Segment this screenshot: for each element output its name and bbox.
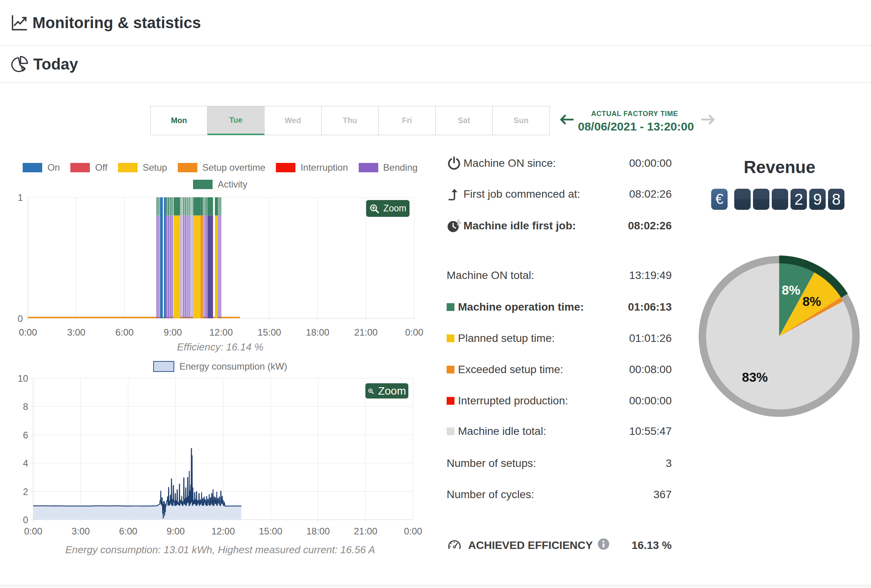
state-bar-bending xyxy=(187,215,188,318)
revenue-odometer: €298 xyxy=(711,189,844,210)
odometer-digit: 9 xyxy=(809,189,826,210)
state-bar-bending_dense xyxy=(207,215,213,318)
efficiency-caption: Efficiency: 16.14 % xyxy=(11,341,430,353)
legend-swatch-off xyxy=(70,163,90,172)
state-bar-on xyxy=(160,197,163,318)
stat-value: 10:55:47 xyxy=(629,425,672,438)
info-icon-svg xyxy=(597,538,610,550)
activity-band-segment xyxy=(173,197,180,215)
activity-band-segment xyxy=(191,197,191,215)
day-tab-thu[interactable]: Thu xyxy=(322,106,379,135)
state-bar-bending xyxy=(221,215,221,318)
timeline-legend: OnOffSetupSetup overtimeInterruptionBend… xyxy=(11,162,430,190)
activity-band-segment xyxy=(180,197,181,215)
stat-row: Machine operation time:01:06:13 xyxy=(447,298,672,316)
stat-color-square-interruption xyxy=(447,397,454,405)
legend-label: Activity xyxy=(218,179,247,190)
actual-factory-time: ACTUAL FACTORY TIME 08/06/2021 - 13:20:0… xyxy=(578,110,691,133)
day-tab-sat[interactable]: Sat xyxy=(436,106,493,135)
state-bar-bending xyxy=(171,215,172,318)
odometer-digit xyxy=(772,189,788,210)
energy-legend: Energy consumption (kW) xyxy=(11,361,430,372)
y-tick-label: 1 xyxy=(18,193,23,203)
state-bar-bending xyxy=(189,215,190,318)
x-tick-label: 6:00 xyxy=(119,526,138,536)
activity-band-segment xyxy=(157,197,157,215)
stat-row: zzZMachine idle first job:08:02:26 xyxy=(447,216,672,235)
y-tick-label: 0 xyxy=(23,515,28,525)
legend-swatch-bending xyxy=(359,163,378,172)
section-title: Today xyxy=(33,55,78,73)
activity-band-segment xyxy=(205,197,205,215)
day-tab-fri[interactable]: Fri xyxy=(379,106,436,135)
timeline-zoom-button[interactable]: Zoom xyxy=(366,200,410,217)
stat-label: First job commenced at: xyxy=(463,188,580,200)
stat-value: 01:06:13 xyxy=(628,301,672,313)
state-bar-bending xyxy=(186,215,186,318)
activity-band-segment xyxy=(218,197,219,215)
stat-color-square-setup xyxy=(447,334,454,342)
stat-row: Planned setup time:01:01:26 xyxy=(447,329,672,348)
activity-band-segment xyxy=(190,197,190,215)
day-tab-bar: MonTueWedThuFriSatSun xyxy=(150,106,550,135)
info-icon[interactable] xyxy=(597,538,610,553)
stat-row: Interrupted production:00:00:00 xyxy=(447,391,672,410)
day-tab-wed[interactable]: Wed xyxy=(265,106,322,135)
energy-caption: Energy consumption: 13.01 kWh, Highest m… xyxy=(11,544,430,556)
activity-band-segment xyxy=(187,197,188,215)
day-tab-mon[interactable]: Mon xyxy=(150,106,207,135)
day-tab-sun[interactable]: Sun xyxy=(493,106,550,135)
state-bar-setup xyxy=(215,215,218,318)
state-bar-bending xyxy=(159,215,160,318)
activity-band-segment xyxy=(171,197,172,215)
x-tick-label: 18:00 xyxy=(306,526,330,536)
page-title: Monitoring & statistics xyxy=(32,14,201,32)
state-bar-bending xyxy=(192,215,193,318)
activity-band-segment xyxy=(193,197,200,215)
y-tick-label: 4 xyxy=(23,458,28,468)
state-bar-setup_overtime xyxy=(200,215,203,318)
y-tick-label: 8 xyxy=(23,401,28,412)
section-header: Today xyxy=(0,46,871,83)
stat-label: Number of setups: xyxy=(447,457,536,470)
gauge-icon xyxy=(447,538,468,553)
zoom-in-icon xyxy=(369,204,379,214)
activity-band-segment xyxy=(172,197,172,215)
x-tick-label: 9:00 xyxy=(166,526,185,536)
state-bar-bending xyxy=(169,215,169,318)
state-bar-bending xyxy=(207,215,207,318)
y-tick-label: 2 xyxy=(23,486,28,497)
activity-band-segment xyxy=(168,197,169,215)
activity-band-segment xyxy=(189,197,190,215)
stat-value: 08:02:26 xyxy=(629,188,672,200)
x-tick-label: 3:00 xyxy=(72,526,90,536)
state-bar-bending xyxy=(170,215,171,318)
activity-band-segment xyxy=(169,197,169,215)
activity-band-segment xyxy=(159,197,160,215)
state-bar-bending xyxy=(180,215,181,318)
x-tick-label: 0:00 xyxy=(404,526,422,536)
previous-day-arrow[interactable] xyxy=(558,111,576,129)
energy-area xyxy=(33,449,241,520)
state-bar-bending xyxy=(184,215,184,318)
y-tick-label: 0 xyxy=(18,313,23,324)
state-bar-bending xyxy=(206,215,206,318)
state-bar-bending xyxy=(156,215,157,318)
stat-value: 00:00:00 xyxy=(629,157,672,170)
state-bar-bending xyxy=(220,215,220,318)
svg-text:Z: Z xyxy=(456,221,460,227)
state-bar-bending xyxy=(181,215,182,318)
activity-band-segment xyxy=(185,197,186,215)
stat-label: Machine idle total: xyxy=(458,425,546,438)
arrow-left-icon xyxy=(560,114,574,125)
stat-row: Machine ON total:13:19:49 xyxy=(447,266,672,285)
activity-band-segment xyxy=(181,197,182,215)
stat-value: 13:19:49 xyxy=(629,269,672,282)
day-tab-tue[interactable]: Tue xyxy=(207,106,265,135)
legend-item-on: On xyxy=(23,162,60,173)
energy-zoom-button[interactable]: Zoom xyxy=(365,383,408,399)
next-day-arrow[interactable] xyxy=(699,111,717,129)
first-job-icon xyxy=(447,187,463,202)
state-bar-bending xyxy=(219,215,220,318)
pie-slice-label: 8% xyxy=(782,283,800,297)
